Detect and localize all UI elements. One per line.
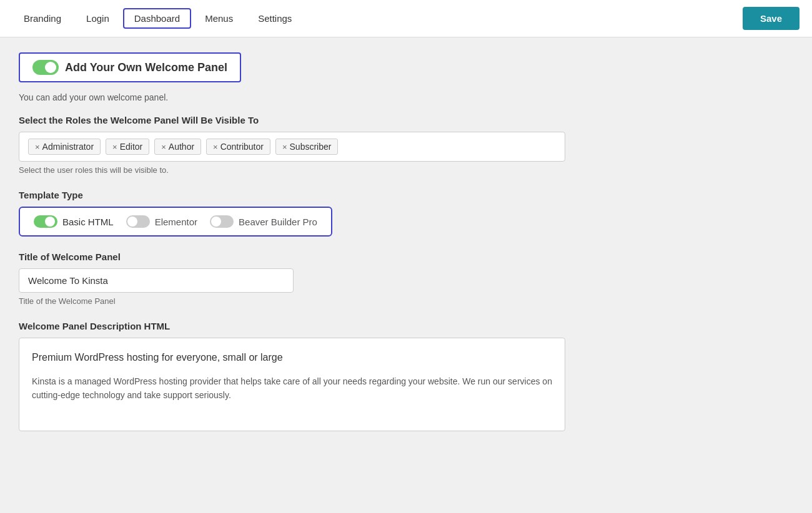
title-section-label: Title of Welcome Panel: [19, 252, 693, 262]
role-subscriber-label: Subscriber: [290, 142, 332, 152]
nav-branding[interactable]: Branding: [12, 8, 72, 29]
role-administrator-label: Administrator: [42, 142, 94, 152]
role-tag-editor[interactable]: × Editor: [106, 139, 149, 155]
nav-links: Branding Login Dashboard Menus Settings: [12, 8, 303, 29]
template-beaver-builder[interactable]: Beaver Builder Pro: [210, 215, 317, 228]
remove-author-icon[interactable]: ×: [161, 142, 166, 152]
template-basic-html[interactable]: Basic HTML: [34, 215, 114, 228]
welcome-panel-title: Add Your Own Welcome Panel: [65, 61, 227, 74]
roles-section-label: Select the Roles the Welcome Panel Will …: [19, 115, 693, 125]
template-elementor[interactable]: Elementor: [126, 215, 197, 228]
title-input[interactable]: [19, 268, 294, 293]
role-tag-contributor[interactable]: × Contributor: [206, 139, 270, 155]
nav-settings[interactable]: Settings: [247, 8, 303, 29]
template-type-section: Template Type Basic HTML Elementor: [19, 190, 693, 237]
welcome-panel-toggle[interactable]: [32, 60, 59, 75]
desc-line1: Premium WordPress hosting for everyone, …: [32, 349, 552, 366]
role-tag-subscriber[interactable]: × Subscriber: [275, 139, 339, 155]
nav-dashboard[interactable]: Dashboard: [123, 8, 191, 29]
nav-login[interactable]: Login: [75, 8, 121, 29]
title-helper-text: Title of the Welcome Panel: [19, 296, 693, 306]
save-button[interactable]: Save: [743, 7, 800, 30]
remove-subscriber-icon[interactable]: ×: [282, 142, 287, 152]
main-content: Add Your Own Welcome Panel You can add y…: [0, 37, 712, 461]
roles-box[interactable]: × Administrator × Editor × Author × Cont…: [19, 132, 565, 162]
description-section: Welcome Panel Description HTML Premium W…: [19, 321, 693, 431]
role-editor-label: Editor: [120, 142, 143, 152]
beaver-builder-toggle[interactable]: [210, 215, 234, 228]
template-type-box: Basic HTML Elementor Beaver Builder Pro: [19, 207, 332, 237]
roles-section: Select the Roles the Welcome Panel Will …: [19, 115, 693, 175]
basic-html-label: Basic HTML: [62, 217, 114, 227]
role-author-label: Author: [169, 142, 194, 152]
remove-administrator-icon[interactable]: ×: [35, 142, 40, 152]
basic-html-toggle[interactable]: [34, 215, 57, 228]
role-tag-administrator[interactable]: × Administrator: [28, 139, 101, 155]
beaver-builder-label: Beaver Builder Pro: [239, 217, 317, 227]
elementor-label: Elementor: [155, 217, 197, 227]
role-tag-author[interactable]: × Author: [154, 139, 201, 155]
title-section: Title of Welcome Panel Title of the Welc…: [19, 252, 693, 306]
description-textarea[interactable]: Premium WordPress hosting for everyone, …: [19, 338, 565, 431]
description-section-label: Welcome Panel Description HTML: [19, 321, 693, 331]
nav-menus[interactable]: Menus: [194, 8, 244, 29]
role-contributor-label: Contributor: [220, 142, 264, 152]
template-section-label: Template Type: [19, 190, 693, 200]
remove-editor-icon[interactable]: ×: [112, 142, 117, 152]
roles-helper-text: Select the user roles this will be visib…: [19, 165, 693, 175]
desc-line2: Kinsta is a managed WordPress hosting pr…: [32, 374, 552, 403]
remove-contributor-icon[interactable]: ×: [213, 142, 218, 152]
welcome-panel-description: You can add your own welcome panel.: [19, 92, 693, 102]
top-nav: Branding Login Dashboard Menus Settings …: [0, 0, 812, 37]
welcome-panel-toggle-box: Add Your Own Welcome Panel: [19, 52, 241, 82]
elementor-toggle[interactable]: [126, 215, 150, 228]
